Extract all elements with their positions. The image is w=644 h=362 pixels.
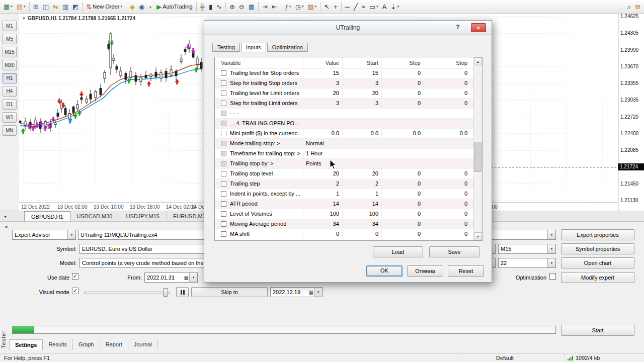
row-step-cell[interactable]: 0	[381, 169, 424, 178]
input-row[interactable]: Trailing step2200	[215, 179, 473, 189]
optimization-checkbox[interactable]	[549, 273, 556, 280]
new-order-button[interactable]: ⇅New Order▾	[84, 1, 124, 12]
row-checkbox[interactable]	[221, 121, 226, 126]
input-row[interactable]: MA shift0000	[215, 229, 473, 239]
spread-select[interactable]: 22 ▾	[498, 258, 556, 268]
row-value-cell[interactable]: 2	[303, 179, 342, 189]
row-stop-cell[interactable]: 0	[424, 68, 473, 78]
row-step-cell[interactable]: 0	[381, 88, 424, 98]
tester-tab-results[interactable]: Results	[43, 339, 73, 350]
row-start-cell[interactable]: 34	[342, 219, 381, 229]
shapes-button[interactable]: ▭▾	[367, 1, 380, 12]
row-value-cell[interactable]: 0	[303, 229, 342, 239]
row-checkbox[interactable]	[221, 70, 226, 76]
indicators-button[interactable]: ƒ▾	[283, 1, 293, 12]
bar-chart-button[interactable]: ╫	[198, 1, 207, 12]
row-stop-cell[interactable]: 0	[424, 169, 473, 178]
row-stop-cell[interactable]: 0	[424, 99, 473, 108]
row-checkbox[interactable]	[221, 191, 226, 197]
skip-to-button[interactable]: Skip to	[191, 287, 268, 297]
row-step-cell[interactable]: 0	[381, 199, 424, 209]
timeframe-m5-button[interactable]: M5	[3, 34, 17, 44]
row-stop-cell[interactable]: 0	[424, 189, 473, 199]
chart-tab-usdcad-m30[interactable]: USDCAD,M30	[70, 211, 120, 221]
start-button[interactable]: Start	[561, 325, 634, 336]
dialog-tab-inputs[interactable]: Inputs	[241, 43, 266, 52]
trendline-button[interactable]: ╱	[352, 1, 360, 12]
row-step-cell[interactable]: 0	[381, 179, 424, 189]
chevron-down-icon[interactable]: ▾	[547, 244, 555, 253]
timeframe-h4-button[interactable]: H4	[3, 86, 17, 97]
timeframe-d1-button[interactable]: D1	[3, 99, 17, 110]
row-start-cell[interactable]: 0.0	[342, 129, 381, 138]
row-value-cell[interactable]: 3	[303, 99, 342, 108]
zoom-out-button[interactable]: ⊖	[237, 1, 247, 12]
input-row[interactable]: Trailing stop level202000	[215, 169, 473, 179]
templates-button[interactable]: ▨▾	[305, 1, 318, 12]
tester-tab-journal[interactable]: Journal	[128, 339, 158, 350]
row-start-cell[interactable]: 20	[342, 88, 381, 98]
period-select[interactable]: M15 ▾	[498, 244, 556, 254]
row-start-cell[interactable]: 2	[342, 179, 381, 189]
price-axis[interactable]: 1.246251.243051.239901.236701.233551.230…	[618, 14, 644, 211]
timeframe-h1-button[interactable]: H1	[3, 73, 17, 83]
modify-expert-button[interactable]: Modify expert	[561, 272, 634, 283]
input-row[interactable]: - - -	[215, 109, 473, 119]
chart-shift-button[interactable]: ⇤	[270, 1, 279, 12]
row-start-cell[interactable]: 1	[342, 189, 381, 199]
visual-speed-slider[interactable]	[84, 292, 170, 294]
row-checkbox[interactable]	[221, 171, 226, 176]
row-step-cell[interactable]: 0	[381, 78, 424, 88]
input-row[interactable]: Step for trailing Stop orders3300	[215, 78, 473, 88]
row-checkbox[interactable]	[221, 80, 226, 86]
candle-chart-button[interactable]: ▮	[207, 1, 214, 12]
fibonacci-button[interactable]: ≈	[360, 1, 367, 12]
input-row[interactable]: Trailing stop by: >Points	[215, 159, 473, 169]
line-chart-button[interactable]: ∿	[214, 1, 224, 12]
row-step-cell[interactable]: 0	[381, 209, 424, 219]
text-label-button[interactable]: A	[380, 1, 389, 12]
chart-tab-scroll-left-icon[interactable]: ◂	[1, 211, 9, 221]
chat-button[interactable]: ✉	[633, 1, 642, 12]
profiles-button[interactable]: ▤▾	[15, 1, 28, 12]
cancel-button[interactable]: Отмена	[407, 265, 443, 277]
reset-button[interactable]: Reset	[448, 265, 484, 277]
row-stop-cell[interactable]: 0	[424, 179, 473, 189]
row-stop-cell[interactable]: 0	[424, 219, 473, 229]
dialog-help-button[interactable]: ?	[453, 24, 462, 32]
data-window-button[interactable]: ◫	[41, 1, 51, 12]
input-row[interactable]: Trailing level for Limit orders202000	[215, 88, 473, 99]
row-checkbox[interactable]	[221, 211, 226, 217]
row-stop-cell[interactable]: 0	[424, 209, 473, 219]
input-row[interactable]: Step for trailing Limit orders3300	[215, 99, 473, 109]
row-stop-cell[interactable]: 0	[424, 229, 473, 239]
input-row[interactable]: Indent in points, except by ...1100	[215, 189, 473, 199]
row-value-cell[interactable]: 3	[303, 78, 342, 88]
row-checkbox[interactable]	[221, 161, 226, 166]
tester-tab-report[interactable]: Report	[100, 339, 128, 350]
row-step-cell[interactable]: 0	[381, 219, 424, 229]
metaeditor-button[interactable]: ◆	[128, 1, 137, 12]
row-checkbox[interactable]	[221, 141, 226, 146]
arrows-tool-button[interactable]: ⇣▾	[388, 1, 400, 12]
row-start-cell[interactable]: 20	[342, 169, 381, 178]
row-checkbox[interactable]	[221, 131, 226, 136]
row-step-cell[interactable]: 0.0	[381, 129, 424, 138]
input-row[interactable]: Timeframe for trailing stop: >1 Hour	[215, 149, 473, 159]
load-button[interactable]: Load	[373, 246, 423, 257]
scroll-up-icon[interactable]: ▲	[474, 57, 482, 65]
publisher-button[interactable]: ◗	[146, 1, 154, 12]
timeframe-m15-button[interactable]: M15	[3, 47, 17, 57]
chevron-down-icon[interactable]: ▾	[547, 258, 555, 267]
community-button[interactable]: ◉	[137, 1, 146, 12]
table-scrollbar[interactable]: ▲ ▼	[473, 57, 482, 240]
row-value-cell[interactable]: 34	[303, 219, 342, 229]
row-start-cell[interactable]: 3	[342, 99, 381, 108]
skip-to-date-picker[interactable]: 2022.12.19 ▦ ▾	[270, 287, 323, 297]
new-chart-button[interactable]: ▦▾	[2, 1, 15, 12]
pause-button[interactable]	[176, 287, 189, 297]
save-button[interactable]: Save	[429, 246, 479, 257]
row-value-cell[interactable]: 1	[303, 189, 342, 199]
row-step-cell[interactable]: 0	[381, 189, 424, 199]
row-checkbox[interactable]	[221, 201, 226, 207]
